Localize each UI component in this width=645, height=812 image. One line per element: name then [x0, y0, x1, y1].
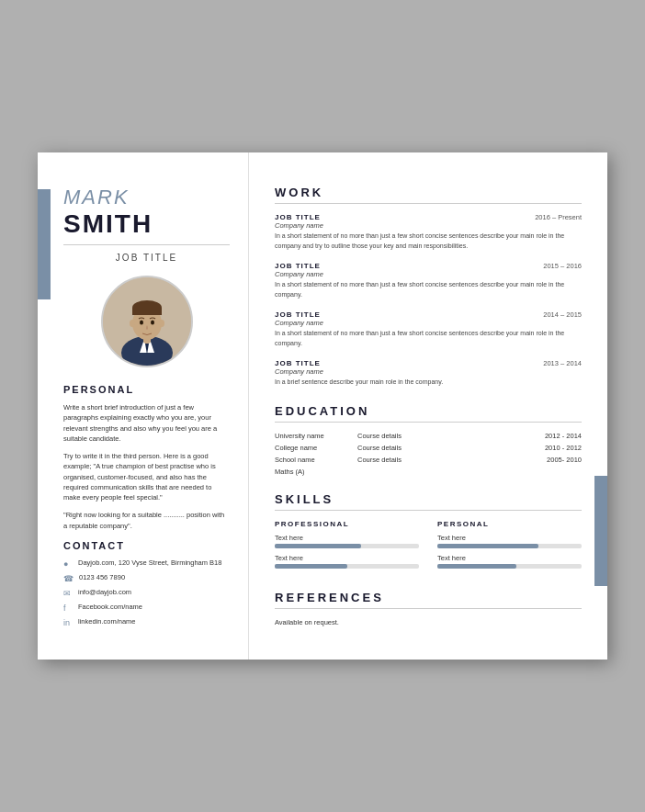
personal-para2: Try to write it in the third person. Her…	[63, 451, 230, 502]
svg-point-8	[140, 321, 143, 325]
contact-facebook: f Facebook.com/name	[63, 603, 230, 613]
svg-point-9	[151, 321, 154, 325]
svg-point-10	[130, 320, 135, 327]
work-company: Company name	[275, 319, 582, 327]
phone-icon: ☎	[63, 574, 74, 583]
references-section-title: REFERENCES	[275, 591, 582, 609]
left-accent-bar	[38, 189, 51, 299]
edu-years: 2010 - 2012	[545, 444, 582, 452]
education-entries: University name Course details 2012 - 20…	[275, 432, 582, 476]
personal-skills-list: Text here Text here	[437, 534, 582, 569]
work-section-title: WORK	[275, 186, 582, 204]
work-dates: 2016 – Present	[535, 213, 582, 221]
right-accent-bar	[594, 476, 607, 586]
work-company: Company name	[275, 270, 582, 278]
personal-section-title: PERSONAL	[63, 384, 230, 395]
education-section-title: EDUCATION	[275, 404, 582, 423]
work-dates: 2013 – 2014	[543, 359, 582, 367]
work-description: In a short statement of no more than jus…	[275, 231, 582, 251]
name-divider	[63, 244, 230, 245]
email-icon: ✉	[63, 589, 73, 598]
skill-item: Text here	[437, 534, 582, 548]
skill-item: Text here	[275, 554, 419, 569]
edu-course: Course details	[357, 444, 545, 452]
edu-institution: College name	[275, 444, 357, 452]
avatar-container	[63, 276, 230, 367]
skill-label: Text here	[437, 534, 582, 542]
work-description: In a brief sentence describe your main r…	[275, 378, 582, 388]
facebook-icon: f	[63, 603, 73, 613]
skill-item: Text here	[275, 534, 419, 548]
professional-skills-list: Text here Text here	[275, 534, 419, 569]
name-area: MARK SMITH JOB TITLE	[63, 186, 230, 263]
skills-section-title: SKILLS	[275, 492, 582, 511]
work-entry: JOB TITLE 2014 – 2015 Company name In a …	[275, 310, 582, 348]
email-text: info@dayjob.com	[78, 588, 131, 596]
first-name: MARK	[63, 186, 230, 209]
skill-bar-fill	[275, 564, 347, 569]
work-company: Company name	[275, 221, 582, 230]
edu-course: Course details	[357, 456, 547, 464]
skill-bar-bg	[275, 544, 419, 548]
personal-skills-title: PERSONAL	[437, 520, 582, 528]
references-text: Available on request.	[275, 618, 582, 626]
address-text: Dayjob.com, 120 Vyse Street, Birmingham …	[78, 558, 221, 567]
work-entry: JOB TITLE 2015 – 2016 Company name In a …	[275, 262, 582, 299]
work-description: In a short statement of no more than jus…	[275, 280, 582, 299]
edu-institution: School name	[275, 456, 357, 464]
personal-skills: PERSONAL Text here Text here	[437, 520, 582, 574]
work-entry: JOB TITLE 2013 – 2014 Company name In a …	[275, 359, 582, 388]
last-name: SMITH	[63, 209, 230, 239]
linkedin-text: linkedin.com/name	[78, 617, 136, 626]
contact-email: ✉ info@dayjob.com	[63, 588, 230, 598]
skill-bar-bg	[437, 564, 582, 569]
skill-bar-bg	[275, 564, 419, 569]
edu-row: University name Course details 2012 - 20…	[275, 432, 582, 440]
work-dates: 2014 – 2015	[543, 310, 582, 319]
edu-row: Maths (A)	[275, 468, 582, 476]
edu-course: Course details	[357, 432, 545, 440]
location-icon: ●	[63, 559, 73, 569]
edu-years: 2005- 2010	[547, 456, 582, 464]
work-job-title: JOB TITLE	[275, 359, 321, 367]
contact-address: ● Dayjob.com, 120 Vyse Street, Birmingha…	[63, 558, 230, 569]
edu-course	[357, 468, 582, 476]
phone-text: 0123 456 7890	[79, 573, 125, 581]
professional-skills: PROFESSIONAL Text here Text here	[275, 520, 419, 574]
work-job-title: JOB TITLE	[275, 262, 321, 270]
personal-para3: "Right now looking for a suitable ......…	[63, 510, 230, 531]
work-entry: JOB TITLE 2016 – Present Company name In…	[275, 213, 582, 251]
facebook-text: Facebook.com/name	[78, 603, 142, 611]
skill-bar-fill	[437, 564, 516, 569]
work-job-title: JOB TITLE	[275, 310, 321, 319]
work-job-title: JOB TITLE	[275, 213, 321, 221]
right-column: WORK JOB TITLE 2016 – Present Company na…	[249, 152, 607, 660]
edu-institution: University name	[275, 432, 357, 440]
linkedin-icon: in	[63, 618, 73, 627]
avatar-illustration	[103, 277, 191, 366]
edu-row: School name Course details 2005- 2010	[275, 456, 582, 464]
work-description: In a short statement of no more than jus…	[275, 329, 582, 348]
edu-institution: Maths (A)	[275, 468, 357, 476]
professional-skills-title: PROFESSIONAL	[275, 520, 419, 528]
work-company: Company name	[275, 367, 582, 376]
contact-linkedin: in linkedin.com/name	[63, 617, 230, 627]
left-column: MARK SMITH JOB TITLE	[38, 152, 249, 660]
personal-para1: Write a short brief introduction of just…	[63, 402, 230, 444]
edu-row: College name Course details 2010 - 2012	[275, 444, 582, 452]
work-entries: JOB TITLE 2016 – Present Company name In…	[275, 213, 582, 388]
edu-years: 2012 - 2014	[545, 432, 582, 440]
resume-page: MARK SMITH JOB TITLE	[38, 152, 607, 660]
skills-container: PROFESSIONAL Text here Text here PERSONA…	[275, 520, 582, 574]
skill-bar-fill	[275, 544, 361, 548]
contact-section-title: CONTACT	[63, 540, 230, 551]
left-job-title: JOB TITLE	[63, 253, 230, 263]
skill-label: Text here	[275, 534, 419, 542]
svg-point-11	[159, 320, 164, 327]
skill-label: Text here	[275, 554, 419, 562]
svg-rect-7	[132, 308, 162, 315]
contact-phone: ☎ 0123 456 7890	[63, 573, 230, 583]
skill-label: Text here	[437, 554, 582, 562]
skill-bar-bg	[437, 544, 582, 548]
skill-item: Text here	[437, 554, 582, 569]
